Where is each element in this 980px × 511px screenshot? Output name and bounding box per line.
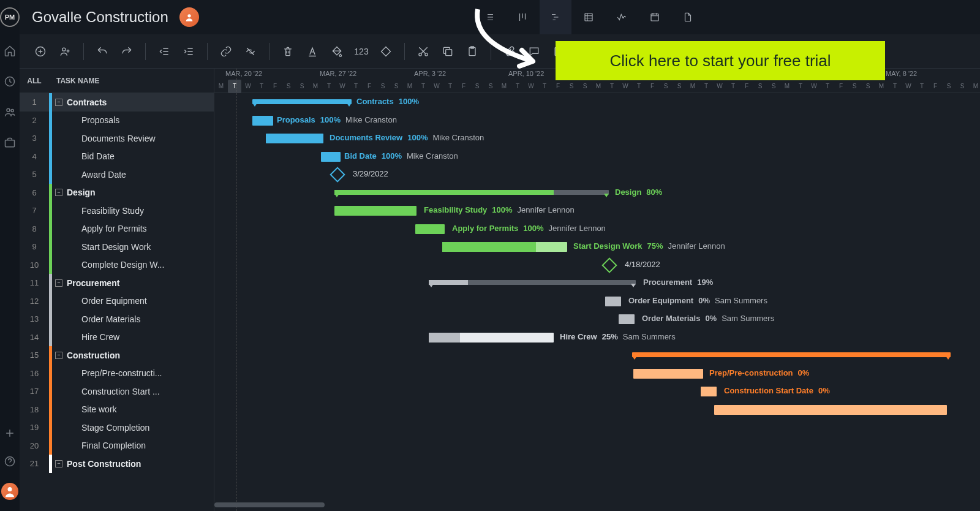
gantt-row[interactable]: Documents Review100%Mike Cranston [214,129,980,148]
task-row[interactable]: 19Stage Completion [20,418,214,437]
task-row[interactable]: 15−Construction [20,346,214,365]
view-gantt-icon[interactable] [540,0,571,34]
gantt-row[interactable]: Prep/Pre-construction0% [214,365,980,383]
expand-toggle[interactable]: − [55,279,62,287]
gantt-row[interactable]: Construction Start Date0% [214,382,980,401]
gantt-bar[interactable] [619,314,635,324]
undo-icon[interactable] [92,42,112,61]
user-avatar-sidebar[interactable] [1,483,18,500]
attachment-icon[interactable] [500,42,519,61]
gantt-bar[interactable] [701,387,717,396]
horizontal-scrollbar[interactable] [202,502,937,509]
recent-icon[interactable] [3,75,17,88]
gantt-row[interactable] [214,437,980,455]
gantt-bar[interactable] [252,116,273,126]
gantt-bar[interactable] [714,405,947,415]
gantt-row[interactable] [214,401,980,419]
task-row[interactable]: 5Award Date [20,165,214,184]
gantt-row[interactable]: Procurement19% [214,274,980,292]
number-format-icon[interactable]: 123 [352,42,371,61]
gantt-row[interactable]: Start Design Work75%Jennifer Lennon [214,238,980,256]
gantt-bar[interactable] [415,224,445,234]
gantt-row[interactable]: 4/18/2022 [214,256,980,274]
gantt-row[interactable]: Order Materials0%Sam Summers [214,310,980,328]
gantt-row[interactable]: Hire Crew25%Sam Summers [214,328,980,347]
expand-toggle[interactable]: − [55,99,62,106]
task-row[interactable]: 7Feasibility Study [20,202,214,220]
view-board-icon[interactable] [507,0,538,34]
user-avatar-top[interactable] [179,7,199,27]
task-row[interactable]: 11−Procurement [20,274,214,292]
help-icon[interactable] [3,455,17,468]
gantt-row[interactable]: Contracts100% [214,93,980,112]
team-icon[interactable] [3,105,17,119]
milestone-icon[interactable] [601,257,617,273]
expand-toggle[interactable]: − [55,352,62,359]
task-row[interactable]: 8Apply for Permits [20,220,214,238]
gantt-row[interactable]: Bid Date100%Mike Cranston [214,148,980,166]
gantt-bar[interactable] [266,134,323,143]
gantt-row[interactable]: Order Equipment0%Sam Summers [214,292,980,311]
task-row[interactable]: 16Prep/Pre-constructi... [20,365,214,383]
priority-icon[interactable] [376,42,396,61]
gantt-bar[interactable] [633,369,703,379]
gantt-row[interactable]: Feasibility Study100%Jennifer Lennon [214,202,980,220]
assign-icon[interactable] [55,42,75,61]
task-row[interactable]: 20Final Completion [20,437,214,455]
gantt-row[interactable] [214,346,980,365]
indent-icon[interactable] [179,42,198,61]
task-row[interactable]: 10Complete Design W... [20,256,214,274]
task-row[interactable]: 6−Design [20,184,214,202]
redo-icon[interactable] [117,42,137,61]
view-list-icon[interactable] [473,0,505,34]
gantt-bar[interactable] [429,333,554,343]
column-all[interactable]: ALL [20,77,49,85]
add-icon[interactable] [3,426,17,440]
task-row[interactable]: 12Order Equipment [20,292,214,311]
column-task-name[interactable]: TASK NAME [49,77,99,85]
gantt-bar[interactable] [321,152,341,162]
fill-color-icon[interactable] [327,42,347,61]
text-color-icon[interactable] [303,42,322,61]
gantt-row[interactable]: 3/29/2022 [214,165,980,184]
gantt-row[interactable]: Apply for Permits100%Jennifer Lennon [214,220,980,238]
gantt-chart[interactable]: MAR, 20 '22MAR, 27 '22APR, 3 '22APR, 10 … [214,69,980,511]
cut-icon[interactable] [413,42,433,61]
task-row[interactable]: 3Documents Review [20,129,214,148]
task-row[interactable]: 2Proposals [20,112,214,130]
gantt-bar[interactable] [632,352,951,357]
task-row[interactable]: 14Hire Crew [20,328,214,347]
task-row[interactable]: 18Site work [20,401,214,419]
task-row[interactable]: 17Construction Start ... [20,382,214,401]
gantt-bar[interactable] [334,190,609,195]
task-row[interactable]: 21−Post Construction [20,455,214,473]
outdent-icon[interactable] [154,42,174,61]
delete-icon[interactable] [278,42,298,61]
expand-toggle[interactable]: − [55,460,62,467]
gantt-row[interactable]: Proposals100%Mike Cranston [214,112,980,130]
gantt-row[interactable]: Design80% [214,184,980,202]
gantt-bar[interactable] [252,99,352,104]
milestone-icon[interactable] [330,167,345,182]
view-calendar-icon[interactable] [639,0,671,34]
free-trial-cta[interactable]: Click here to start your free trial [556,41,885,80]
gantt-row[interactable] [214,418,980,437]
task-row[interactable]: 1−Contracts [20,93,214,112]
task-row[interactable]: 4Bid Date [20,148,214,166]
view-files-icon[interactable] [672,0,704,34]
gantt-bar[interactable] [334,206,417,216]
task-row[interactable]: 9Start Design Work [20,238,214,256]
gantt-bar[interactable] [442,242,567,252]
add-task-icon[interactable] [31,42,50,61]
copy-icon[interactable] [438,42,458,61]
link-icon[interactable] [216,42,236,61]
gantt-bar[interactable] [605,297,621,306]
gantt-row[interactable] [214,455,980,473]
portfolio-icon[interactable] [3,136,17,150]
paste-icon[interactable] [462,42,482,61]
expand-toggle[interactable]: − [55,189,62,196]
task-row[interactable]: 13Order Materials [20,310,214,328]
gantt-bar[interactable] [429,280,636,285]
comment-icon[interactable] [524,42,544,61]
app-logo[interactable]: PM [0,7,20,27]
